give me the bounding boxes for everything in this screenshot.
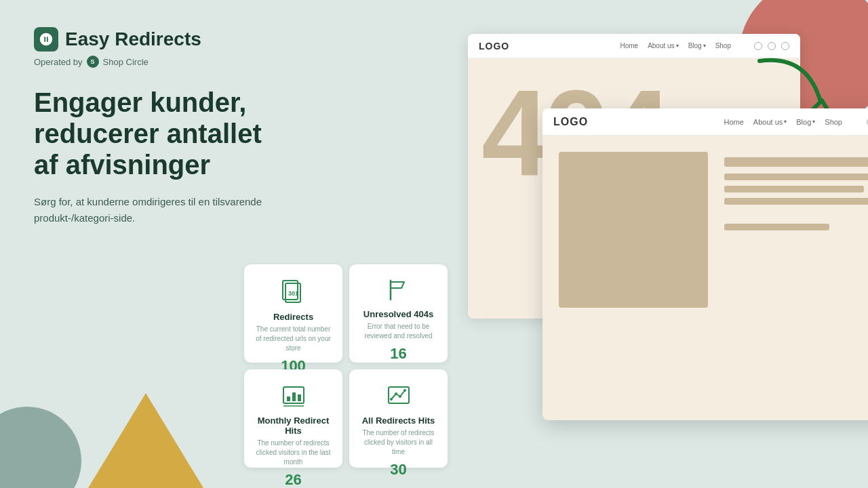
operated-by-row: Operated by S Shop Circle — [34, 56, 278, 68]
product-text-bar-3 — [724, 198, 868, 205]
stat-card-redirects: 301 Redirects The current total number o… — [244, 264, 342, 363]
product-info-area — [724, 152, 868, 308]
browser-front-navbar: LOGO Home About us Blog Shop — [542, 108, 868, 136]
svg-point-11 — [399, 395, 401, 398]
product-gap — [724, 210, 868, 224]
stats-grid: 301 Redirects The current total number o… — [244, 264, 448, 468]
stat-card-404: Unresolved 404s Error that need to be re… — [349, 264, 448, 363]
browser-front-product-content — [542, 136, 868, 324]
product-text-bar-1 — [724, 174, 868, 180]
svg-text:301: 301 — [288, 290, 298, 297]
flag-icon — [384, 277, 414, 304]
operator-name: Shop Circle — [103, 57, 149, 67]
product-text-bar-4 — [724, 224, 829, 230]
app-title: Easy Redirects — [65, 28, 201, 50]
redirect-icon — [39, 32, 54, 47]
nav-link-aboutus-back: About us — [648, 42, 678, 49]
browser-front-logo: LOGO — [553, 116, 588, 128]
svg-rect-6 — [292, 392, 296, 401]
svg-rect-7 — [298, 394, 301, 401]
nav-link-shop-back: Shop — [715, 42, 731, 49]
logo-title-row: Easy Redirects — [34, 27, 278, 52]
stat-desc-monthly: The number of redirects clicked visitors… — [254, 439, 333, 467]
stat-desc-all-hits: The number of redirects clicked by visit… — [359, 428, 438, 457]
nav-link-shop-front: Shop — [825, 118, 842, 126]
stat-value-monthly: 26 — [285, 471, 301, 488]
stat-card-monthly: Monthly Redirect Hits The number of redi… — [244, 369, 342, 468]
nav-link-blog-back: Blog — [688, 42, 706, 49]
nav-link-blog-front: Blog — [796, 118, 815, 126]
nav-link-home-back: Home — [620, 42, 638, 49]
logo-area: Easy Redirects Operated by S Shop Circle — [34, 27, 278, 68]
browser-front: LOGO Home About us Blog Shop — [542, 108, 868, 420]
redirects-icon: 301 — [279, 277, 309, 306]
operated-by-text: Operated by — [34, 57, 83, 67]
browser-front-navlinks: Home About us Blog Shop — [724, 118, 843, 126]
svg-point-12 — [395, 392, 397, 395]
stat-name-all-hits: All Redirects Hits — [362, 415, 435, 426]
nav-link-home-front: Home — [724, 118, 744, 126]
stat-desc-404: Error that need to be reviewed and resol… — [359, 322, 438, 341]
browser-back-navlinks: Home About us Blog Shop — [620, 42, 731, 49]
right-panel: LOGO Home About us Blog Shop 404 LOGO — [468, 34, 848, 427]
headline: Engager kunder, reducerer antallet af af… — [34, 87, 278, 180]
nav-link-aboutus-front: About us — [753, 118, 787, 126]
chart-line-icon — [384, 382, 414, 410]
browser-back-logo: LOGO — [479, 41, 509, 52]
product-image-placeholder — [559, 152, 708, 308]
stat-value-404: 16 — [390, 345, 406, 363]
svg-point-13 — [390, 398, 393, 401]
svg-rect-5 — [287, 396, 290, 401]
stat-name-404: Unresolved 404s — [363, 309, 433, 319]
stat-desc-redirects: The current total number of redirected u… — [254, 325, 333, 353]
product-title-bar — [724, 157, 868, 167]
stat-value-all-hits: 30 — [390, 461, 406, 479]
product-text-bar-2 — [724, 186, 864, 192]
stat-name-monthly: Monthly Redirect Hits — [254, 415, 333, 436]
stat-card-all-hits: All Redirects Hits The number of redirec… — [349, 369, 448, 468]
app-logo-icon — [34, 27, 58, 52]
shop-circle-logo: S — [87, 56, 99, 68]
stat-name-redirects: Redirects — [273, 312, 313, 322]
subtitle: Sørg for, at kunderne omdirigeres til en… — [34, 194, 278, 226]
svg-point-10 — [403, 389, 406, 392]
chart-bar-icon — [279, 382, 309, 410]
